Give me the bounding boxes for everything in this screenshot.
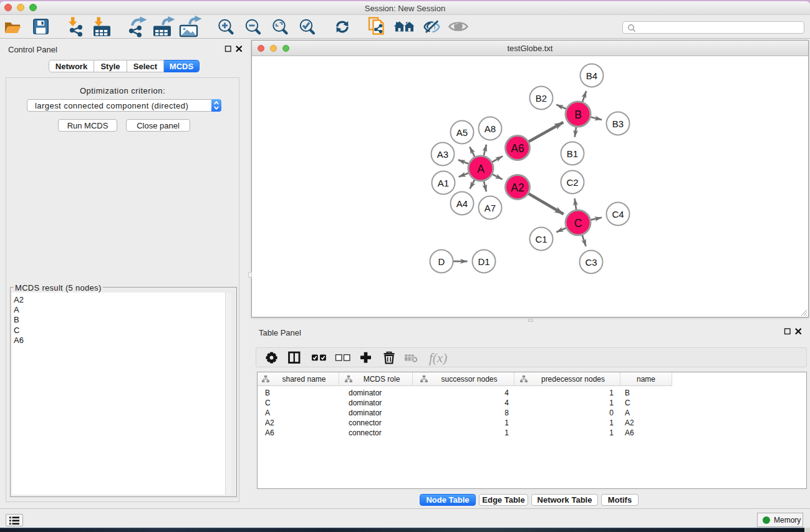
svg-text:C1: C1 <box>535 234 547 244</box>
svg-text:A8: A8 <box>485 123 496 134</box>
svg-text:A: A <box>477 163 485 175</box>
svg-text:D: D <box>438 256 445 267</box>
svg-text:C2: C2 <box>566 177 578 188</box>
svg-text:A3: A3 <box>437 149 448 160</box>
svg-text:B2: B2 <box>536 93 547 104</box>
svg-text:B: B <box>574 109 582 121</box>
svg-text:A7: A7 <box>485 203 496 213</box>
svg-text:A1: A1 <box>438 178 449 188</box>
svg-text:A5: A5 <box>456 127 468 138</box>
svg-text:C4: C4 <box>612 209 624 220</box>
svg-text:A2: A2 <box>511 181 524 194</box>
svg-text:A6: A6 <box>511 142 524 155</box>
svg-text:A4: A4 <box>456 198 468 209</box>
svg-text:f(x): f(x) <box>429 351 447 365</box>
svg-text:B3: B3 <box>612 118 624 129</box>
svg-text:D1: D1 <box>478 256 489 267</box>
svg-text:C: C <box>574 217 582 230</box>
svg-text:B4: B4 <box>586 70 597 81</box>
svg-text:B1: B1 <box>567 148 578 159</box>
svg-text:C3: C3 <box>585 257 597 268</box>
